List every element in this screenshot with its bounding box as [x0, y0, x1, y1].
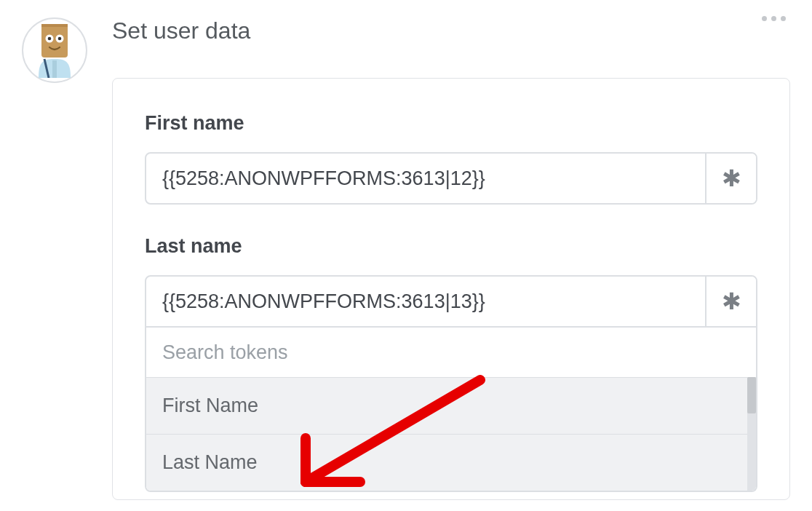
asterisk-icon: ✱ — [722, 165, 741, 192]
last-name-label: Last name — [145, 235, 757, 258]
first-name-field: First name ✱ — [145, 112, 757, 205]
dot-icon — [771, 16, 776, 21]
action-title: Set user data — [112, 17, 790, 44]
asterisk-icon: ✱ — [722, 288, 741, 315]
token-option-label: Last Name — [162, 451, 258, 474]
last-name-input-row: ✱ — [145, 275, 757, 328]
last-name-input[interactable] — [146, 277, 705, 326]
last-name-token-button[interactable]: ✱ — [705, 277, 756, 326]
last-name-field: Last name ✱ First Name — [145, 235, 757, 492]
first-name-token-button[interactable]: ✱ — [705, 154, 756, 203]
avatar — [22, 17, 87, 83]
token-option-last-name[interactable]: Last Name — [146, 434, 756, 491]
first-name-input[interactable] — [146, 154, 705, 203]
svg-point-5 — [58, 37, 62, 41]
svg-point-4 — [48, 37, 52, 41]
token-search-row — [146, 328, 756, 377]
scrollbar[interactable] — [747, 377, 756, 491]
token-search-input[interactable] — [146, 328, 756, 377]
svg-rect-0 — [52, 60, 57, 78]
first-name-input-row: ✱ — [145, 152, 757, 205]
dot-icon — [781, 16, 786, 21]
dot-icon — [762, 16, 767, 21]
token-option-first-name[interactable]: First Name — [146, 377, 756, 434]
token-option-label: First Name — [162, 395, 258, 417]
scrollbar-thumb[interactable] — [747, 377, 756, 413]
token-dropdown: First Name Last Name — [145, 328, 757, 492]
action-card: First name ✱ Last name ✱ — [112, 78, 790, 500]
more-menu[interactable] — [757, 12, 790, 25]
first-name-label: First name — [145, 112, 757, 135]
avatar-image — [31, 23, 78, 78]
token-option-list: First Name Last Name — [146, 377, 756, 491]
svg-rect-1 — [41, 24, 68, 58]
